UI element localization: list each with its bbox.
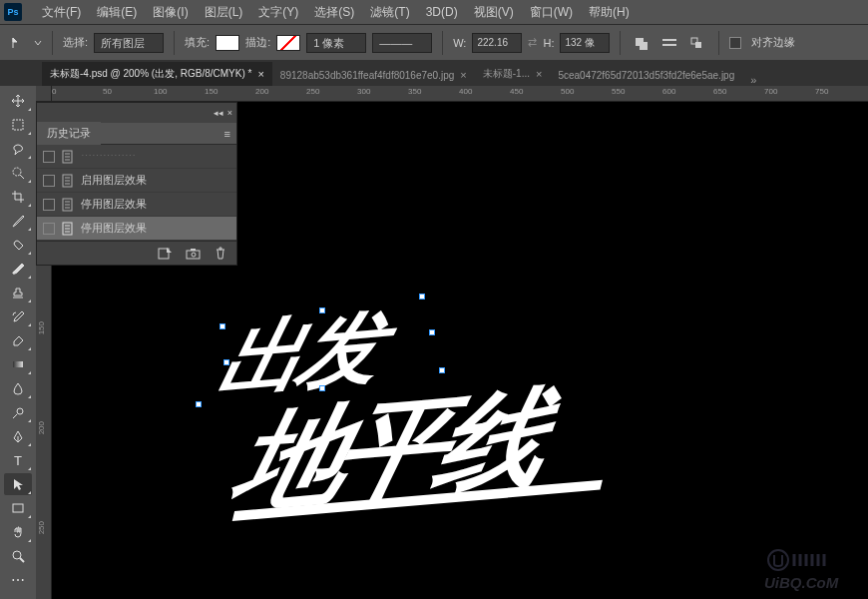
menu-select[interactable]: 选择(S) [306, 4, 362, 21]
history-item-active[interactable]: 停用图层效果 [37, 217, 236, 241]
path-align-icon[interactable] [658, 33, 680, 53]
menu-layer[interactable]: 图层(L) [197, 4, 251, 21]
align-edges-label: 对齐边缘 [751, 35, 795, 50]
move-tool[interactable] [4, 90, 32, 112]
history-check[interactable] [43, 199, 55, 211]
snapshot-icon[interactable] [186, 248, 201, 260]
stroke-label: 描边: [245, 35, 270, 50]
crop-tool[interactable] [4, 186, 32, 208]
menu-image[interactable]: 图像(I) [145, 4, 196, 21]
tab-label: 89128ab53db361ffeaf4fdf8016e7e0.jpg [280, 70, 454, 81]
history-label: 停用图层效果 [81, 197, 147, 212]
history-item[interactable]: 启用图层效果 [37, 169, 236, 193]
path-select-tool[interactable] [4, 473, 32, 495]
history-tab[interactable]: 历史记录 [37, 122, 101, 145]
fill-swatch[interactable] [216, 35, 239, 51]
height-input[interactable] [560, 33, 610, 53]
tab-active[interactable]: 未标题-4.psd @ 200% (出发, RGB/8/CMYK) *× [42, 62, 272, 86]
eyedropper-tool[interactable] [4, 210, 32, 232]
trash-icon[interactable] [215, 247, 226, 260]
history-label: 启用图层效果 [81, 173, 147, 188]
gradient-tool[interactable] [4, 353, 32, 375]
stroke-style-select[interactable]: ——— [372, 33, 432, 53]
menu-help[interactable]: 帮助(H) [581, 4, 638, 21]
menu-view[interactable]: 视图(V) [466, 4, 522, 21]
quick-select-tool[interactable] [4, 162, 32, 184]
tab[interactable]: 89128ab53db361ffeaf4fdf8016e7e0.jpg× [272, 64, 475, 86]
document-icon [61, 198, 75, 212]
history-check[interactable] [43, 223, 55, 235]
history-brush-tool[interactable] [4, 305, 32, 327]
menu-3d[interactable]: 3D(D) [418, 5, 466, 19]
brush-tool[interactable] [4, 258, 32, 280]
hand-tool[interactable] [4, 521, 32, 543]
menu-filter[interactable]: 滤镜(T) [362, 4, 417, 21]
close-icon[interactable]: × [460, 69, 466, 81]
options-bar: 选择: 所有图层 填充: 描边: 1 像素 ——— W: ⇄ H: 对齐边缘 [0, 24, 868, 60]
panel-menu-icon[interactable]: ≡ [218, 128, 236, 140]
close-icon[interactable]: × [257, 68, 263, 80]
dodge-tool[interactable] [4, 401, 32, 423]
history-list: ⋯⋯⋯⋯⋯ 启用图层效果 停用图层效果 停用图层效果 [37, 145, 236, 241]
document-icon [61, 174, 75, 188]
more-tools[interactable]: ⋯ [4, 569, 32, 591]
svg-rect-6 [13, 120, 23, 130]
lasso-tool[interactable] [4, 138, 32, 160]
svg-point-20 [192, 253, 196, 257]
tool-preset-icon[interactable] [8, 33, 28, 53]
history-item[interactable]: 停用图层效果 [37, 193, 236, 217]
new-doc-icon[interactable] [158, 248, 172, 260]
healing-tool[interactable] [4, 234, 32, 256]
history-check[interactable] [43, 151, 55, 163]
menu-window[interactable]: 窗口(W) [522, 4, 581, 21]
tab[interactable]: 未标题-1...× [475, 62, 551, 86]
ruler-corner [36, 86, 52, 102]
stroke-swatch[interactable] [276, 35, 300, 51]
align-edges-checkbox[interactable] [729, 37, 741, 49]
eraser-tool[interactable] [4, 329, 32, 351]
zoom-tool[interactable] [4, 545, 32, 567]
layer-select[interactable]: 所有图层 [94, 33, 164, 53]
tab[interactable]: 5cea0472f65d72013d5f3fd2fe6e5ae.jpg [550, 65, 742, 86]
svg-point-12 [13, 551, 21, 559]
stroke-width-select[interactable]: 1 像素 [306, 33, 366, 53]
path-op-unite-icon[interactable] [631, 33, 652, 53]
artwork[interactable]: 出发 地平线 [180, 278, 577, 539]
tab-overflow-icon[interactable]: » [742, 74, 764, 86]
rectangle-tool[interactable] [4, 497, 32, 519]
close-icon[interactable]: × [536, 68, 542, 80]
menu-bar: Ps 文件(F) 编辑(E) 图像(I) 图层(L) 文字(Y) 选择(S) 滤… [0, 0, 868, 24]
width-input[interactable] [472, 33, 522, 53]
svg-rect-1 [640, 42, 648, 50]
history-panel: ◂◂ × 历史记录 ≡ ⋯⋯⋯⋯⋯ 启用图层效果 停用图层效果 停用图层效果 [36, 102, 237, 266]
chevron-down-icon[interactable] [34, 39, 42, 47]
menu-type[interactable]: 文字(Y) [250, 4, 306, 21]
svg-rect-21 [191, 249, 196, 251]
history-item[interactable]: ⋯⋯⋯⋯⋯ [37, 145, 236, 169]
path-arrange-icon[interactable] [686, 33, 708, 53]
history-check[interactable] [43, 175, 55, 187]
link-wh-icon[interactable]: ⇄ [528, 36, 537, 49]
type-tool[interactable]: T [4, 449, 32, 471]
history-label: 停用图层效果 [81, 221, 147, 236]
width-label: W: [453, 37, 466, 49]
ps-logo: Ps [4, 3, 22, 21]
document-icon [61, 150, 75, 164]
ruler-horizontal[interactable]: 0501001502002503003504004505005506006507… [52, 86, 868, 102]
document-tabs: 未标题-4.psd @ 200% (出发, RGB/8/CMYK) *× 891… [0, 60, 868, 86]
select-label: 选择: [63, 35, 88, 50]
svg-text:T: T [14, 453, 22, 467]
watermark-text: UiBQ.CoM [764, 574, 854, 591]
fill-label: 填充: [185, 35, 210, 50]
marquee-tool[interactable] [4, 114, 32, 136]
panel-close-icon[interactable]: × [227, 108, 232, 118]
menu-edit[interactable]: 编辑(E) [89, 4, 145, 21]
stamp-tool[interactable] [4, 282, 32, 303]
panel-collapse-icon[interactable]: ◂◂ [214, 108, 223, 118]
menu-file[interactable]: 文件(F) [34, 4, 89, 21]
pen-tool[interactable] [4, 425, 32, 447]
svg-rect-2 [662, 39, 676, 41]
blur-tool[interactable] [4, 377, 32, 399]
toolbox: T ⋯ [0, 86, 36, 599]
svg-rect-19 [187, 251, 200, 259]
